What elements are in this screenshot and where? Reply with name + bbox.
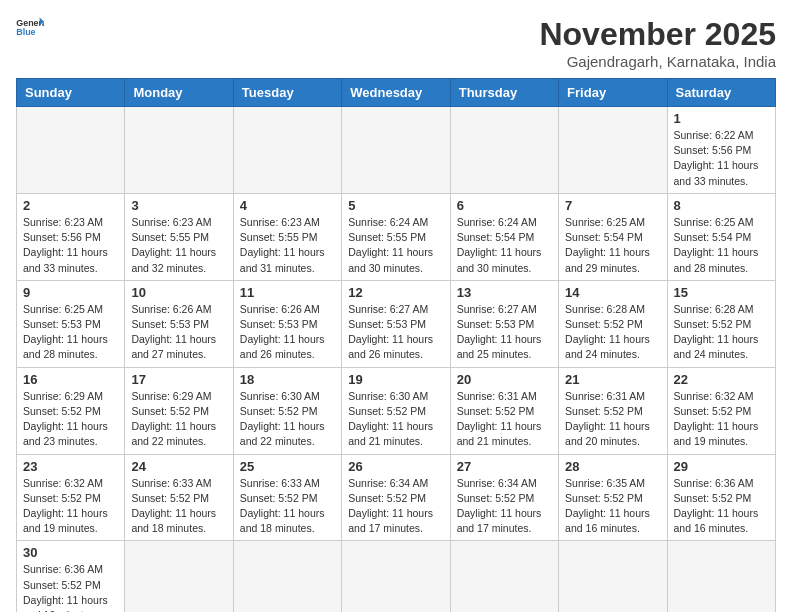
calendar-cell: 8Sunrise: 6:25 AMSunset: 5:54 PMDaylight…	[667, 193, 775, 280]
day-number: 30	[23, 545, 118, 560]
calendar-cell: 17Sunrise: 6:29 AMSunset: 5:52 PMDayligh…	[125, 367, 233, 454]
day-number: 12	[348, 285, 443, 300]
day-number: 5	[348, 198, 443, 213]
day-number: 18	[240, 372, 335, 387]
calendar-cell: 4Sunrise: 6:23 AMSunset: 5:55 PMDaylight…	[233, 193, 341, 280]
day-number: 4	[240, 198, 335, 213]
day-number: 2	[23, 198, 118, 213]
day-info: Sunrise: 6:22 AMSunset: 5:56 PMDaylight:…	[674, 128, 769, 189]
calendar-cell: 1Sunrise: 6:22 AMSunset: 5:56 PMDaylight…	[667, 107, 775, 194]
calendar-cell: 13Sunrise: 6:27 AMSunset: 5:53 PMDayligh…	[450, 280, 558, 367]
calendar-cell: 10Sunrise: 6:26 AMSunset: 5:53 PMDayligh…	[125, 280, 233, 367]
calendar-cell: 22Sunrise: 6:32 AMSunset: 5:52 PMDayligh…	[667, 367, 775, 454]
calendar-cell: 12Sunrise: 6:27 AMSunset: 5:53 PMDayligh…	[342, 280, 450, 367]
calendar-week-3: 9Sunrise: 6:25 AMSunset: 5:53 PMDaylight…	[17, 280, 776, 367]
logo: General Blue	[16, 16, 44, 38]
day-number: 6	[457, 198, 552, 213]
day-number: 28	[565, 459, 660, 474]
day-info: Sunrise: 6:24 AMSunset: 5:55 PMDaylight:…	[348, 215, 443, 276]
day-number: 14	[565, 285, 660, 300]
calendar-cell: 9Sunrise: 6:25 AMSunset: 5:53 PMDaylight…	[17, 280, 125, 367]
calendar-cell: 2Sunrise: 6:23 AMSunset: 5:56 PMDaylight…	[17, 193, 125, 280]
weekday-header-thursday: Thursday	[450, 79, 558, 107]
day-number: 20	[457, 372, 552, 387]
svg-text:Blue: Blue	[16, 27, 35, 37]
day-info: Sunrise: 6:23 AMSunset: 5:55 PMDaylight:…	[131, 215, 226, 276]
day-number: 17	[131, 372, 226, 387]
weekday-header-row: SundayMondayTuesdayWednesdayThursdayFrid…	[17, 79, 776, 107]
day-info: Sunrise: 6:24 AMSunset: 5:54 PMDaylight:…	[457, 215, 552, 276]
calendar-week-2: 2Sunrise: 6:23 AMSunset: 5:56 PMDaylight…	[17, 193, 776, 280]
calendar-cell	[233, 107, 341, 194]
day-number: 7	[565, 198, 660, 213]
calendar-cell	[342, 107, 450, 194]
day-info: Sunrise: 6:34 AMSunset: 5:52 PMDaylight:…	[457, 476, 552, 537]
weekday-header-friday: Friday	[559, 79, 667, 107]
day-number: 29	[674, 459, 769, 474]
day-number: 21	[565, 372, 660, 387]
weekday-header-wednesday: Wednesday	[342, 79, 450, 107]
calendar-cell	[17, 107, 125, 194]
day-number: 10	[131, 285, 226, 300]
calendar-cell: 30Sunrise: 6:36 AMSunset: 5:52 PMDayligh…	[17, 541, 125, 612]
day-number: 25	[240, 459, 335, 474]
day-number: 1	[674, 111, 769, 126]
day-number: 26	[348, 459, 443, 474]
day-info: Sunrise: 6:32 AMSunset: 5:52 PMDaylight:…	[23, 476, 118, 537]
day-info: Sunrise: 6:23 AMSunset: 5:55 PMDaylight:…	[240, 215, 335, 276]
day-number: 8	[674, 198, 769, 213]
calendar-week-6: 30Sunrise: 6:36 AMSunset: 5:52 PMDayligh…	[17, 541, 776, 612]
day-number: 13	[457, 285, 552, 300]
day-info: Sunrise: 6:34 AMSunset: 5:52 PMDaylight:…	[348, 476, 443, 537]
calendar-table: SundayMondayTuesdayWednesdayThursdayFrid…	[16, 78, 776, 612]
day-number: 24	[131, 459, 226, 474]
calendar-cell: 16Sunrise: 6:29 AMSunset: 5:52 PMDayligh…	[17, 367, 125, 454]
calendar-cell	[450, 107, 558, 194]
calendar-cell: 28Sunrise: 6:35 AMSunset: 5:52 PMDayligh…	[559, 454, 667, 541]
calendar-week-1: 1Sunrise: 6:22 AMSunset: 5:56 PMDaylight…	[17, 107, 776, 194]
calendar-cell	[450, 541, 558, 612]
day-number: 27	[457, 459, 552, 474]
calendar-cell: 11Sunrise: 6:26 AMSunset: 5:53 PMDayligh…	[233, 280, 341, 367]
logo-icon: General Blue	[16, 16, 44, 38]
day-info: Sunrise: 6:25 AMSunset: 5:53 PMDaylight:…	[23, 302, 118, 363]
day-number: 11	[240, 285, 335, 300]
calendar-cell: 3Sunrise: 6:23 AMSunset: 5:55 PMDaylight…	[125, 193, 233, 280]
day-number: 15	[674, 285, 769, 300]
location-subtitle: Gajendragarh, Karnataka, India	[539, 53, 776, 70]
page-header: General Blue November 2025 Gajendragarh,…	[16, 16, 776, 70]
calendar-cell: 25Sunrise: 6:33 AMSunset: 5:52 PMDayligh…	[233, 454, 341, 541]
calendar-cell	[667, 541, 775, 612]
calendar-cell: 15Sunrise: 6:28 AMSunset: 5:52 PMDayligh…	[667, 280, 775, 367]
day-number: 16	[23, 372, 118, 387]
calendar-cell	[559, 107, 667, 194]
day-info: Sunrise: 6:25 AMSunset: 5:54 PMDaylight:…	[565, 215, 660, 276]
day-info: Sunrise: 6:25 AMSunset: 5:54 PMDaylight:…	[674, 215, 769, 276]
calendar-cell: 19Sunrise: 6:30 AMSunset: 5:52 PMDayligh…	[342, 367, 450, 454]
calendar-cell: 24Sunrise: 6:33 AMSunset: 5:52 PMDayligh…	[125, 454, 233, 541]
day-info: Sunrise: 6:23 AMSunset: 5:56 PMDaylight:…	[23, 215, 118, 276]
day-info: Sunrise: 6:31 AMSunset: 5:52 PMDaylight:…	[457, 389, 552, 450]
day-info: Sunrise: 6:27 AMSunset: 5:53 PMDaylight:…	[348, 302, 443, 363]
calendar-cell	[342, 541, 450, 612]
calendar-week-5: 23Sunrise: 6:32 AMSunset: 5:52 PMDayligh…	[17, 454, 776, 541]
calendar-cell: 18Sunrise: 6:30 AMSunset: 5:52 PMDayligh…	[233, 367, 341, 454]
calendar-cell: 27Sunrise: 6:34 AMSunset: 5:52 PMDayligh…	[450, 454, 558, 541]
calendar-cell: 21Sunrise: 6:31 AMSunset: 5:52 PMDayligh…	[559, 367, 667, 454]
day-info: Sunrise: 6:32 AMSunset: 5:52 PMDaylight:…	[674, 389, 769, 450]
calendar-cell: 29Sunrise: 6:36 AMSunset: 5:52 PMDayligh…	[667, 454, 775, 541]
calendar-cell: 26Sunrise: 6:34 AMSunset: 5:52 PMDayligh…	[342, 454, 450, 541]
day-info: Sunrise: 6:29 AMSunset: 5:52 PMDaylight:…	[23, 389, 118, 450]
day-number: 19	[348, 372, 443, 387]
calendar-cell	[233, 541, 341, 612]
calendar-cell	[125, 107, 233, 194]
month-title: November 2025	[539, 16, 776, 53]
title-block: November 2025 Gajendragarh, Karnataka, I…	[539, 16, 776, 70]
calendar-cell: 5Sunrise: 6:24 AMSunset: 5:55 PMDaylight…	[342, 193, 450, 280]
weekday-header-sunday: Sunday	[17, 79, 125, 107]
calendar-cell: 6Sunrise: 6:24 AMSunset: 5:54 PMDaylight…	[450, 193, 558, 280]
calendar-week-4: 16Sunrise: 6:29 AMSunset: 5:52 PMDayligh…	[17, 367, 776, 454]
day-info: Sunrise: 6:27 AMSunset: 5:53 PMDaylight:…	[457, 302, 552, 363]
weekday-header-monday: Monday	[125, 79, 233, 107]
day-number: 3	[131, 198, 226, 213]
